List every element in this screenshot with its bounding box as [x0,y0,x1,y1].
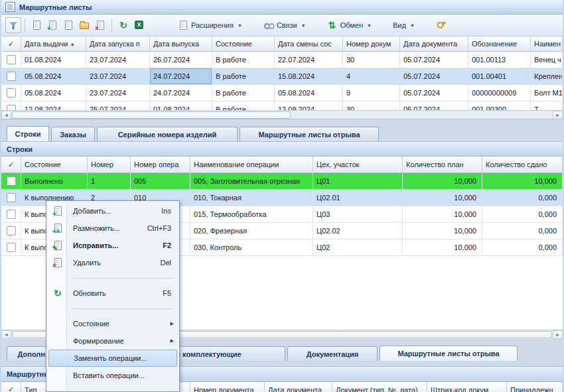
table-row-selected[interactable]: 05.08.2024 23.07.2024 24.07.2024 В работ… [1,68,563,85]
column-header-op-number[interactable]: Номер опера [131,157,190,173]
cell[interactable]: 4 [343,68,400,85]
cell[interactable]: 001.00300 [468,101,531,110]
row-checkbox[interactable] [7,88,16,98]
splitter[interactable] [1,119,563,126]
cell[interactable]: 05.07.2024 [400,68,468,85]
column-header-barcode[interactable]: Штрих-код докум [427,382,507,392]
cell[interactable]: В работе [212,68,275,85]
cell[interactable]: 05.07.2024 [400,101,468,110]
row-checkbox[interactable] [7,72,16,81]
settings-key-button[interactable] [433,17,449,33]
cell[interactable]: 25.07.2024 [86,101,150,110]
cell[interactable]: 10,000 [482,173,563,190]
cell[interactable]: 030, Контроль [190,239,313,256]
cell[interactable]: 0,000 [482,239,563,256]
column-header-qty-plan[interactable]: Количество план [403,157,482,173]
cell[interactable]: 001.00113 [468,52,531,68]
open-button[interactable] [76,17,92,33]
cell[interactable]: Болт М1 [531,85,563,101]
scroll-left-button[interactable]: ◄ [1,330,11,339]
cell[interactable]: 01.08.2024 [150,101,212,110]
cell[interactable]: 0,000 [482,206,563,223]
menu-item-duplicate[interactable]: ++ Размножить... Ctrl+F3 [48,220,178,237]
table-row-done[interactable]: Выполнено 1 005 005, Заготовительная отр… [1,173,563,190]
cell[interactable]: В работе [212,101,275,110]
cell[interactable]: 010, Токарная [190,190,313,206]
cell[interactable]: Ц01 [313,173,403,190]
column-header-designation[interactable]: Обозначение [468,36,531,52]
menu-item-formation[interactable]: Формирование ▶ [48,332,178,350]
cell[interactable]: 26.07.2024 [150,52,212,68]
cell[interactable]: 0,000 [482,190,563,206]
cell[interactable]: 1 [88,173,131,190]
cell[interactable]: 23.07.2024 [86,68,150,85]
cell[interactable]: Ц02.02 [313,223,403,239]
cell[interactable]: Т [531,101,563,110]
scroll-left-button[interactable]: ◄ [1,111,11,119]
cell[interactable]: 0,000 [482,223,563,239]
menu-item-edit[interactable]: ✎ Исправить... F2 [48,237,178,254]
table-row[interactable]: 01.08.2024 23.07.2024 26.07.2024 В работ… [1,52,563,68]
view-dropdown[interactable]: Вид ▼ [390,17,417,33]
menu-item-refresh[interactable]: ↻ Обновить F5 [48,285,178,302]
add-button[interactable]: + [44,17,60,33]
cell[interactable]: 12.08.2024 [21,101,86,110]
cell[interactable]: 10,000 [403,190,482,206]
cell[interactable]: 10,000 [403,206,482,223]
delete-button[interactable]: × [92,17,108,33]
tab-serial-numbers[interactable]: Серийные номера изделий [97,127,238,141]
cell[interactable]: 9 [343,85,400,101]
table-row[interactable]: 05.08.2024 23.07.2024 24.07.2024 В работ… [1,85,563,101]
table-row[interactable]: 12.08.2024 25.07.2024 01.08.2024 В работ… [1,101,563,110]
column-header-launch-date[interactable]: Дата запуска п [86,36,150,52]
cell[interactable]: 001.00401 [468,68,531,85]
row-checkbox[interactable] [7,193,16,202]
cell[interactable]: 01.08.2024 [21,52,86,68]
column-header-state-change[interactable]: Дата смены сос [275,36,343,52]
cell[interactable]: 10,000 [403,173,482,190]
cell[interactable]: 30 [343,52,400,68]
cell[interactable]: В работе [212,52,275,68]
cell[interactable]: Креплен [531,68,563,85]
cell[interactable]: 15.08.2024 [275,68,343,85]
scroll-right-button[interactable]: ► [553,330,563,339]
scroll-thumb[interactable] [12,111,291,119]
extensions-dropdown[interactable]: Расширения ▼ [175,17,245,33]
row-checkbox[interactable] [7,105,16,110]
column-header-doc-full[interactable]: Документ (тип, №, дата) [332,382,427,392]
menu-item-delete[interactable]: × Удалить Del [48,254,178,271]
column-header-doc-number[interactable]: Номер документа [190,382,265,392]
cell[interactable]: 005, Заготовительная отрезная [190,173,313,190]
select-all-header[interactable]: ✓ [1,157,21,173]
scroll-right-button[interactable]: ► [553,111,563,119]
column-header-doc-date[interactable]: Дата документа [265,382,332,392]
column-header-state[interactable]: Состояние [212,36,275,52]
menu-item-state[interactable]: Состояние ▶ [48,315,178,332]
filter-button[interactable] [5,17,21,33]
focused-cell[interactable]: 24.07.2024 [150,68,212,85]
menu-item-replace-operations[interactable]: Заменить операции... [48,350,177,367]
tab-documentation[interactable]: Документация [287,346,378,361]
column-header-shop[interactable]: Цех, участок [313,157,403,173]
cell[interactable]: Ц02 [313,239,403,256]
cell[interactable]: 05.08.2024 [21,85,86,101]
column-header-doc-number[interactable]: Номер докум [343,36,400,52]
tab-tear-off-sheets-bottom[interactable]: Маршрутные листы отрыва [380,346,518,361]
tab-tear-off-sheets[interactable]: Маршрутные листы отрыва [240,127,379,141]
column-header-belonging[interactable]: Принадлежн [507,382,563,392]
row-checkbox[interactable] [7,226,16,235]
select-all-header[interactable]: ✓ [1,382,21,392]
column-header-name[interactable]: Наимен [531,36,563,52]
cell[interactable]: 10,000 [403,223,482,239]
copy-add-button[interactable]: → [60,17,76,33]
menu-item-add[interactable]: + Добавить... Ins [48,202,178,220]
tab-zakazy[interactable]: Заказы [51,127,95,141]
cell[interactable]: 015, Термообработка [190,206,313,223]
cell[interactable]: 22.07.2024 [275,52,343,68]
cell[interactable]: 23.07.2024 [86,85,150,101]
column-header-issue-date[interactable]: Дата выдачи▲ [21,36,86,52]
cell[interactable]: 05.08.2024 [275,85,343,101]
links-dropdown[interactable]: Связи ▼ [261,17,309,33]
cell[interactable]: 005 [131,173,190,190]
refresh-button[interactable]: ↻ [115,17,131,33]
